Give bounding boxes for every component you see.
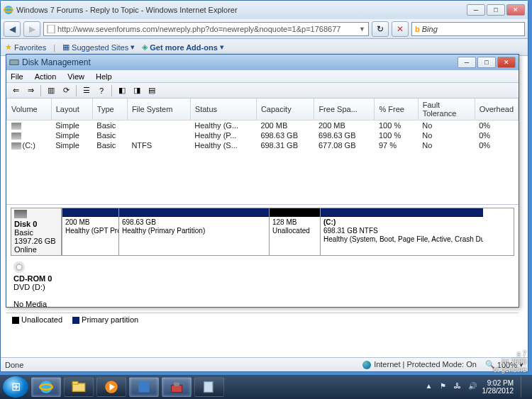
ie-nav-bar: ◀ ▶ http://www.sevenforums.com/newreply.… — [1, 19, 528, 39]
refresh-button[interactable]: ↻ — [372, 21, 389, 37]
svg-rect-12 — [174, 383, 179, 386]
dm-icon — [9, 57, 19, 67]
ie-close-button[interactable]: ✕ — [506, 4, 525, 16]
cdrom-row: CD-ROM 0 DVD (D:) No Media — [11, 260, 514, 310]
suggested-sites-link[interactable]: ▦Suggested Sites ▾ — [62, 43, 135, 52]
tray-network-icon[interactable]: 🖧 — [454, 382, 464, 392]
cdrom-icon — [13, 262, 25, 273]
table-row[interactable]: SimpleBasicHealthy (G...200 MB200 MB100 … — [7, 120, 519, 131]
svg-rect-13 — [204, 382, 214, 393]
tb-fwd-icon[interactable]: ⇒ — [24, 84, 37, 97]
tb-refresh-icon[interactable]: ⟳ — [60, 84, 72, 97]
partition[interactable]: 128 MBUnallocated — [269, 208, 320, 255]
address-bar[interactable]: http://www.sevenforums.com/newreply.php?… — [43, 22, 369, 36]
taskbar-media[interactable] — [96, 377, 126, 397]
tb-view-icon[interactable]: ▥ — [45, 84, 57, 97]
volume-table: Volume Layout Type File System Status Ca… — [6, 99, 519, 150]
svg-rect-10 — [139, 382, 150, 393]
tb-back-icon[interactable]: ⇐ — [9, 84, 22, 97]
taskbar-ie[interactable] — [31, 377, 61, 397]
taskbar-app3[interactable] — [194, 377, 224, 397]
col-ov[interactable]: Overhead — [475, 99, 518, 120]
svg-rect-2 — [48, 25, 55, 33]
dm-maximize-button[interactable]: □ — [477, 57, 496, 68]
svg-rect-11 — [172, 386, 182, 393]
svg-point-0 — [4, 6, 13, 14]
col-volume[interactable]: Volume — [7, 99, 52, 120]
addons-link[interactable]: ◈Get more Add-ons ▾ — [142, 43, 224, 52]
zoom-control[interactable]: 🔍 100% ▾ — [485, 360, 523, 369]
ie-minimize-button[interactable]: ─ — [467, 4, 485, 16]
col-status[interactable]: Status — [190, 99, 256, 120]
svg-rect-7 — [72, 382, 78, 385]
taskbar-app2[interactable] — [162, 377, 192, 397]
menu-file[interactable]: File — [11, 72, 23, 81]
partition[interactable]: 698.63 GBHealthy (Primary Partition) — [118, 208, 269, 255]
search-bar[interactable]: b Bing — [411, 22, 525, 36]
disk-0-label[interactable]: Disk 0 Basic 1397.26 GB Online — [11, 208, 62, 256]
col-ft[interactable]: Fault Tolerance — [418, 99, 475, 120]
security-zone: Internet | Protected Mode: On — [362, 360, 477, 369]
tb-help-icon[interactable]: ? — [95, 84, 108, 97]
url-dropdown-icon[interactable]: ▼ — [359, 26, 365, 33]
table-row[interactable]: SimpleBasicHealthy (P...698.63 GB698.63 … — [7, 130, 519, 140]
tray-show-hidden-icon[interactable]: ▲ — [426, 382, 436, 392]
stop-button[interactable]: ✕ — [392, 21, 409, 37]
table-row[interactable]: (C:)SimpleBasicNTFSHealthy (S...698.31 G… — [7, 140, 519, 150]
system-tray: ▲ ⚑ 🖧 🔊 9:02 PM 1/28/2012 — [426, 376, 530, 398]
col-fs[interactable]: File System — [127, 99, 190, 120]
cdrom-label[interactable]: CD-ROM 0 DVD (D:) No Media — [11, 260, 62, 310]
tb-action3-icon[interactable]: ▤ — [145, 84, 158, 97]
status-text: Done — [5, 361, 23, 369]
start-button[interactable] — [3, 376, 28, 398]
col-layout[interactable]: Layout — [51, 99, 92, 120]
addons-icon: ◈ — [142, 43, 148, 52]
globe-icon — [362, 361, 371, 369]
partition[interactable]: (C:)698.31 GB NTFSHealthy (System, Boot,… — [320, 208, 483, 255]
col-pct[interactable]: % Free — [375, 99, 418, 120]
sites-icon: ▦ — [62, 43, 70, 52]
dm-titlebar[interactable]: Disk Management ─ □ ✕ — [6, 55, 519, 70]
tray-volume-icon[interactable]: 🔊 — [468, 382, 478, 392]
disk-graphic-view: Disk 0 Basic 1397.26 GB Online 200 MBHea… — [6, 204, 519, 313]
legend-primary: Primary partition — [72, 315, 138, 324]
col-type[interactable]: Type — [92, 99, 127, 120]
taskbar-app1[interactable] — [129, 377, 159, 397]
table-header-row: Volume Layout Type File System Status Ca… — [7, 99, 519, 120]
ie-maximize-button[interactable]: □ — [487, 4, 505, 16]
tray-flag-icon[interactable]: ⚑ — [440, 382, 450, 392]
dm-toolbar: ⇐ ⇒ ▥ ⟳ ☰ ? ◧ ◨ ▤ — [6, 83, 519, 99]
legend: Unallocated Primary partition — [6, 313, 519, 326]
tb-action1-icon[interactable]: ◧ — [116, 84, 128, 97]
menu-action[interactable]: Action — [35, 72, 57, 81]
show-desktop-button[interactable] — [521, 376, 528, 398]
forward-button[interactable]: ▶ — [23, 21, 40, 37]
col-free[interactable]: Free Spa... — [314, 99, 375, 120]
partition-strip: 200 MBHealthy (GPT Prote698.63 GBHealthy… — [62, 208, 514, 256]
svg-point-4 — [40, 381, 52, 393]
back-button[interactable]: ◀ — [4, 21, 21, 37]
favorites-button[interactable]: ★Favorites — [5, 43, 46, 52]
dm-close-button[interactable]: ✕ — [497, 57, 516, 68]
disk-icon — [14, 210, 27, 218]
ie-titlebar[interactable]: Windows 7 Forums - Reply to Topic - Wind… — [1, 1, 528, 19]
partition[interactable]: 200 MBHealthy (GPT Prote — [62, 208, 118, 255]
ie-status-bar: Done Internet | Protected Mode: On 🔍 100… — [1, 357, 528, 371]
dm-menu-bar: File Action View Help — [6, 70, 519, 83]
dm-window-title: Disk Management — [22, 57, 458, 67]
page-icon — [47, 25, 55, 33]
url-text: http://www.sevenforums.com/newreply.php?… — [57, 25, 340, 33]
tb-action2-icon[interactable]: ◨ — [131, 84, 143, 97]
ie-window-title: Windows 7 Forums - Reply to Topic - Wind… — [16, 6, 467, 14]
ie-icon — [4, 5, 13, 15]
dm-minimize-button[interactable]: ─ — [458, 57, 476, 68]
svg-rect-3 — [10, 60, 18, 65]
menu-help[interactable]: Help — [96, 72, 112, 81]
menu-view[interactable]: View — [67, 72, 84, 81]
legend-unallocated: Unallocated — [12, 315, 62, 324]
clock[interactable]: 9:02 PM 1/28/2012 — [482, 379, 514, 395]
col-capacity[interactable]: Capacity — [256, 99, 314, 120]
tb-settings-icon[interactable]: ☰ — [80, 84, 93, 97]
taskbar-explorer[interactable] — [64, 377, 94, 397]
disk-management-window: Disk Management ─ □ ✕ File Action View H… — [6, 54, 519, 308]
